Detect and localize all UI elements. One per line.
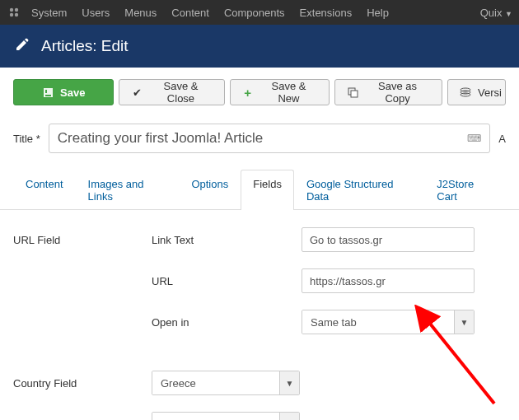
open-in-label: Open in <box>152 316 302 329</box>
title-row: Title * Creating your first Joomla! Arti… <box>0 105 519 160</box>
keyboard-icon: ⌨ <box>467 133 481 144</box>
toolbar: Save ✔ Save & Close + Save & New Save as… <box>0 68 519 105</box>
open-in-value: Same tab <box>302 310 454 334</box>
title-label: Title * <box>13 133 40 145</box>
joomla-logo-icon[interactable] <box>7 5 21 20</box>
title-input[interactable]: Creating your first Joomla! Article ⌨ <box>49 124 491 153</box>
title-value: Creating your first Joomla! Article <box>58 130 263 147</box>
svg-rect-5 <box>351 91 358 97</box>
save-label: Save <box>60 86 85 99</box>
svg-point-3 <box>15 13 18 16</box>
link-text-input[interactable] <box>302 227 475 252</box>
currency-value: EUR (Euro) <box>152 413 279 420</box>
apply-icon <box>42 86 54 98</box>
svg-point-1 <box>15 8 18 12</box>
row-country: Country Field Greece ▼ <box>13 368 506 398</box>
menu-content[interactable]: Content <box>171 7 209 19</box>
pencil-icon <box>15 37 30 56</box>
tab-google-structured-data[interactable]: Google Structured Data <box>294 170 424 210</box>
alias-label: A <box>498 133 506 145</box>
tab-images-links[interactable]: Images and Links <box>76 170 180 210</box>
menu-components[interactable]: Components <box>224 7 285 19</box>
page-title: Articles: Edit <box>41 37 129 55</box>
row-currency: Currency Field EUR (Euro) ▼ <box>13 409 506 420</box>
url-input[interactable] <box>302 268 475 293</box>
menu-extensions[interactable]: Extensions <box>300 7 353 19</box>
page-header: Articles: Edit <box>0 25 519 68</box>
row-link-text: URL Field Link Text <box>13 225 506 254</box>
check-icon: ✔ <box>131 86 143 98</box>
tab-j2store-cart[interactable]: J2Store Cart <box>424 170 506 210</box>
save-button[interactable]: Save <box>13 79 114 105</box>
menu-users[interactable]: Users <box>82 7 110 19</box>
copy-icon <box>347 86 358 98</box>
url-label: URL <box>152 275 302 287</box>
tab-content[interactable]: Content <box>13 170 76 210</box>
save-copy-button[interactable]: Save as Copy <box>334 79 442 105</box>
save-close-label: Save & Close <box>149 80 213 105</box>
tab-fields[interactable]: Fields <box>241 170 294 210</box>
country-value: Greece <box>152 371 279 394</box>
svg-point-0 <box>10 8 13 12</box>
save-close-button[interactable]: ✔ Save & Close <box>119 79 225 105</box>
stack-icon <box>460 86 471 98</box>
save-new-button[interactable]: + Save & New <box>230 79 330 105</box>
svg-point-2 <box>10 13 13 16</box>
plus-icon: + <box>242 86 254 98</box>
chevron-down-icon: ▼ <box>279 413 299 420</box>
currency-select[interactable]: EUR (Euro) ▼ <box>152 412 300 420</box>
menu-help[interactable]: Help <box>367 7 389 19</box>
row-url: URL <box>13 266 506 296</box>
url-field-group-label: URL Field <box>13 234 152 246</box>
chevron-down-icon: ▼ <box>279 371 299 394</box>
link-text-label: Link Text <box>152 234 302 246</box>
row-open-in: Open in Same tab ▼ <box>13 307 506 337</box>
versions-label: Versi <box>478 86 502 99</box>
admin-top-menu: System Users Menus Content Components Ex… <box>0 0 519 25</box>
open-in-select[interactable]: Same tab ▼ <box>302 310 475 334</box>
menu-system[interactable]: System <box>31 7 67 19</box>
save-copy-label: Save as Copy <box>365 80 430 105</box>
menu-menus[interactable]: Menus <box>124 7 157 19</box>
fields-form: URL Field Link Text URL Open in Same tab… <box>0 210 519 420</box>
chevron-down-icon: ▼ <box>454 310 474 334</box>
tabs: Content Images and Links Options Fields … <box>0 170 519 210</box>
tab-options[interactable]: Options <box>179 170 241 210</box>
menu-quix[interactable]: Quix ▼ <box>480 7 512 19</box>
versions-button[interactable]: Versi <box>447 79 506 105</box>
country-label: Country Field <box>13 377 152 390</box>
country-select[interactable]: Greece ▼ <box>152 371 300 395</box>
save-new-label: Save & New <box>260 80 318 105</box>
